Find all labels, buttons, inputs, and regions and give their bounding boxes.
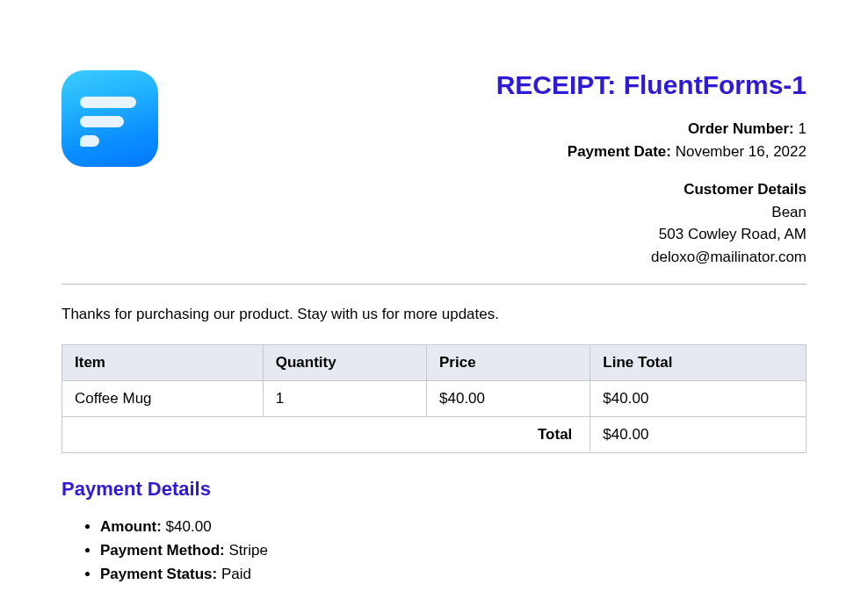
total-label: Total xyxy=(62,417,590,453)
payment-method-value: Stripe xyxy=(228,542,267,559)
cell-quantity: 1 xyxy=(263,381,426,417)
payment-details-heading: Payment Details xyxy=(61,478,807,501)
th-quantity: Quantity xyxy=(263,345,426,381)
customer-address: 503 Cowley Road, AM xyxy=(158,223,807,246)
payment-amount-value: $40.00 xyxy=(166,518,212,535)
payment-status-value: Paid xyxy=(221,566,251,582)
customer-email: deloxo@mailinator.com xyxy=(158,246,807,269)
payment-date-value: November 16, 2022 xyxy=(676,143,807,160)
payment-details-list: Amount: $40.00 Payment Method: Stripe Pa… xyxy=(100,515,807,587)
order-number-label: Order Number: xyxy=(688,120,794,137)
fluentforms-logo-icon xyxy=(61,70,158,167)
payment-method-item: Payment Method: Stripe xyxy=(100,538,807,562)
total-value: $40.00 xyxy=(590,417,807,453)
receipt-title: RECEIPT: FluentForms-1 xyxy=(158,70,807,100)
payment-amount-label: Amount: xyxy=(100,518,162,535)
table-row: Coffee Mug 1 $40.00 $40.00 xyxy=(62,381,807,417)
cell-price: $40.00 xyxy=(427,381,590,417)
customer-details-label: Customer Details xyxy=(158,178,807,201)
payment-method-label: Payment Method: xyxy=(100,542,225,559)
payment-status-item: Payment Status: Paid xyxy=(100,562,807,586)
th-item: Item xyxy=(62,345,264,381)
divider xyxy=(61,284,807,285)
cell-item: Coffee Mug xyxy=(62,381,264,417)
table-total-row: Total $40.00 xyxy=(62,417,807,453)
payment-amount-item: Amount: $40.00 xyxy=(100,515,807,538)
order-number-value: 1 xyxy=(799,120,807,137)
th-line-total: Line Total xyxy=(590,345,807,381)
items-table: Item Quantity Price Line Total Coffee Mu… xyxy=(61,344,807,453)
th-price: Price xyxy=(427,345,590,381)
order-number-line: Order Number: 1 xyxy=(158,118,807,141)
payment-status-label: Payment Status: xyxy=(100,566,217,582)
customer-name: Bean xyxy=(158,201,807,224)
cell-line-total: $40.00 xyxy=(590,381,807,417)
payment-date-label: Payment Date: xyxy=(568,143,671,160)
payment-date-line: Payment Date: November 16, 2022 xyxy=(158,141,807,163)
thanks-message: Thanks for purchasing our product. Stay … xyxy=(61,306,807,323)
